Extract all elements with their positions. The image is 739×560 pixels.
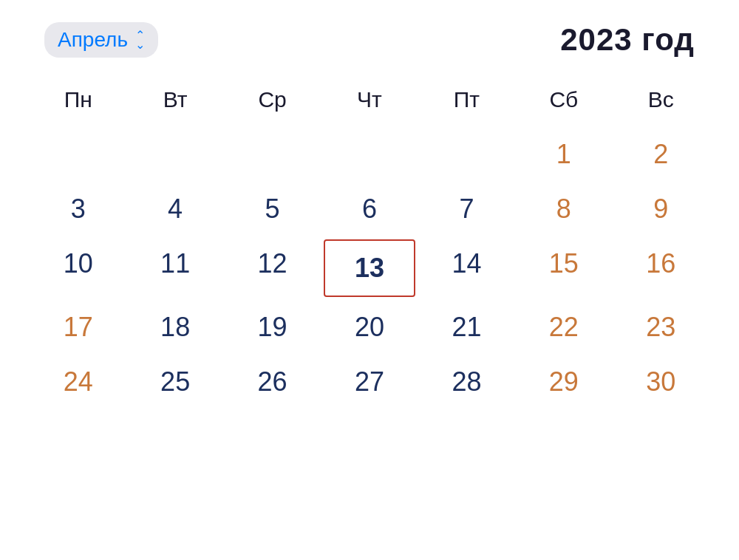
- day-cell-13[interactable]: 13: [324, 239, 415, 297]
- calendar-header: Апрель 2023 год: [30, 22, 709, 58]
- weekday-header-чт: Чт: [321, 80, 418, 127]
- calendar-grid: ПнВтСрЧтПтСбВс12345678910111213141516171…: [30, 80, 709, 409]
- day-cell-27[interactable]: 27: [321, 355, 418, 409]
- day-cell-15[interactable]: 15: [515, 236, 612, 300]
- day-cell-18[interactable]: 18: [126, 300, 223, 355]
- day-cell-19[interactable]: 19: [224, 300, 321, 355]
- month-selector[interactable]: Апрель: [44, 22, 158, 58]
- day-cell-empty-0-4: [418, 127, 515, 182]
- day-cell-9[interactable]: 9: [613, 182, 709, 236]
- day-cell-10[interactable]: 10: [30, 236, 126, 300]
- day-cell-26[interactable]: 26: [224, 355, 321, 409]
- day-cell-7[interactable]: 7: [418, 182, 515, 236]
- day-cell-22[interactable]: 22: [515, 300, 612, 355]
- chevron-updown-icon: [135, 30, 145, 51]
- day-cell-16[interactable]: 16: [613, 236, 709, 300]
- day-cell-5[interactable]: 5: [224, 182, 321, 236]
- day-cell-14[interactable]: 14: [418, 236, 515, 300]
- weekday-header-вс: Вс: [613, 80, 709, 127]
- day-cell-empty-0-0: [30, 127, 126, 182]
- day-cell-3[interactable]: 3: [30, 182, 126, 236]
- day-cell-30[interactable]: 30: [613, 355, 709, 409]
- day-cell-empty-0-2: [224, 127, 321, 182]
- day-cell-25[interactable]: 25: [126, 355, 223, 409]
- day-cell-1[interactable]: 1: [515, 127, 612, 182]
- calendar-container: Апрель 2023 год ПнВтСрЧтПтСбВс1234567891…: [0, 0, 739, 560]
- day-cell-empty-0-1: [126, 127, 223, 182]
- day-cell-21[interactable]: 21: [418, 300, 515, 355]
- day-cell-empty-0-3: [321, 127, 418, 182]
- day-cell-2[interactable]: 2: [613, 127, 709, 182]
- weekday-header-сб: Сб: [515, 80, 612, 127]
- day-cell-8[interactable]: 8: [515, 182, 612, 236]
- day-cell-23[interactable]: 23: [613, 300, 709, 355]
- day-cell-24[interactable]: 24: [30, 355, 126, 409]
- month-label: Апрель: [58, 28, 128, 52]
- day-cell-11[interactable]: 11: [126, 236, 223, 300]
- year-display: 2023 год: [560, 22, 695, 58]
- day-cell-6[interactable]: 6: [321, 182, 418, 236]
- day-cell-28[interactable]: 28: [418, 355, 515, 409]
- day-cell-12[interactable]: 12: [224, 236, 321, 300]
- weekday-header-пт: Пт: [418, 80, 515, 127]
- day-cell-17[interactable]: 17: [30, 300, 126, 355]
- weekday-header-вт: Вт: [126, 80, 223, 127]
- day-cell-20[interactable]: 20: [321, 300, 418, 355]
- day-cell-29[interactable]: 29: [515, 355, 612, 409]
- day-cell-4[interactable]: 4: [126, 182, 223, 236]
- weekday-header-ср: Ср: [224, 80, 321, 127]
- weekday-header-пн: Пн: [30, 80, 126, 127]
